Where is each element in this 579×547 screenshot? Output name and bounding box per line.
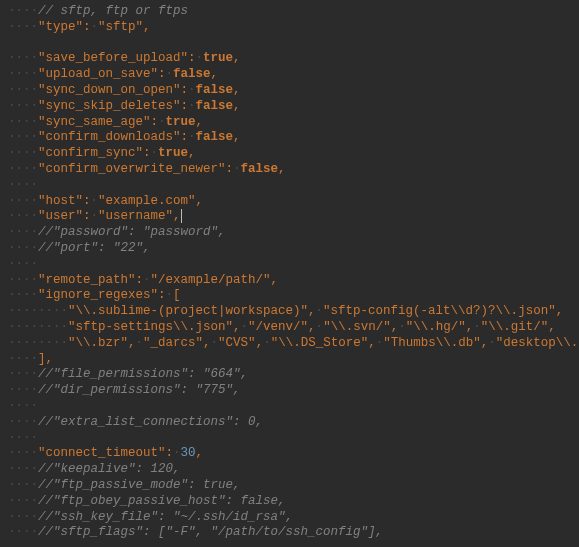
- json-key: "confirm_overwrite_newer": [38, 162, 226, 176]
- code-line[interactable]: ····//"ftp_passive_mode": true,: [0, 478, 579, 494]
- whitespace-dots: ·: [91, 209, 99, 223]
- code-line[interactable]: ····//"extra_list_connections": 0,: [0, 415, 579, 431]
- whitespace-dots: ····: [8, 525, 38, 539]
- code-editor[interactable]: ····// sftp, ftp or ftps····"type":·"sft…: [0, 0, 579, 541]
- code-line[interactable]: ····//"ftp_obey_passive_host": false,: [0, 494, 579, 510]
- code-line[interactable]: ····//"ssh_key_file": "~/.ssh/id_rsa",: [0, 510, 579, 526]
- comma: ,: [556, 304, 564, 318]
- json-string: "\\.svn/": [323, 320, 391, 334]
- comma: ,: [196, 446, 204, 460]
- code-line[interactable]: ····],: [0, 352, 579, 368]
- comma: ,: [233, 99, 241, 113]
- colon: :: [158, 288, 166, 302]
- code-comment: //"keepalive": 120,: [38, 462, 181, 476]
- whitespace-dots: ····: [8, 241, 38, 255]
- json-string: "example.com": [98, 194, 196, 208]
- code-line[interactable]: ····"sync_down_on_open":·false,: [0, 83, 579, 99]
- code-line[interactable]: ····// sftp, ftp or ftps: [0, 4, 579, 20]
- colon: :: [181, 130, 189, 144]
- json-false: false: [196, 99, 234, 113]
- code-line[interactable]: ····//"password": "password",: [0, 225, 579, 241]
- whitespace-dots: ····: [8, 83, 38, 97]
- whitespace-dots: ····: [8, 225, 38, 239]
- colon: :: [188, 51, 196, 65]
- code-line[interactable]: ····//"file_permissions": "664",: [0, 367, 579, 383]
- code-line[interactable]: ····"type":·"sftp",: [0, 20, 579, 36]
- code-line[interactable]: ········"\\.sublime-(project|workspace)"…: [0, 304, 579, 320]
- whitespace-dots: ·: [158, 115, 166, 129]
- whitespace-dots: ·: [136, 336, 144, 350]
- colon: :: [136, 273, 144, 287]
- code-line[interactable]: ····"confirm_downloads":·false,: [0, 130, 579, 146]
- code-comment: // sftp, ftp or ftps: [38, 4, 188, 18]
- whitespace-dots: ····: [8, 99, 38, 113]
- comma: ,: [278, 162, 286, 176]
- comma: ,: [308, 320, 316, 334]
- json-key: "save_before_upload": [38, 51, 188, 65]
- json-key: "sync_down_on_open": [38, 83, 181, 97]
- code-line[interactable]: ····//"keepalive": 120,: [0, 462, 579, 478]
- comma: ,: [211, 67, 219, 81]
- code-line[interactable]: ····"confirm_sync":·true,: [0, 146, 579, 162]
- whitespace-dots: ·: [316, 304, 324, 318]
- json-true: true: [166, 115, 196, 129]
- whitespace-dots: ····: [8, 494, 38, 508]
- code-line[interactable]: ····: [0, 257, 579, 273]
- json-number: 30: [181, 446, 196, 460]
- whitespace-dots: ·: [91, 194, 99, 208]
- json-key: "sync_skip_deletes": [38, 99, 181, 113]
- code-line[interactable]: ····"confirm_overwrite_newer":·false,: [0, 162, 579, 178]
- code-line[interactable]: ····"save_before_upload":·true,: [0, 51, 579, 67]
- code-line[interactable]: ········"\\.bzr",·"_darcs",·"CVS",·"\\.D…: [0, 336, 579, 352]
- bracket-open: [: [173, 288, 181, 302]
- colon: :: [83, 194, 91, 208]
- whitespace-dots: ·: [151, 146, 159, 160]
- json-string: "desktop\\.ini": [496, 336, 579, 350]
- code-comment: //"dir_permissions": "775",: [38, 383, 241, 397]
- json-false: false: [173, 67, 211, 81]
- code-line[interactable]: ····"sync_skip_deletes":·false,: [0, 99, 579, 115]
- json-string: "\\.DS_Store": [271, 336, 369, 350]
- code-line[interactable]: ····//"port": "22",: [0, 241, 579, 257]
- code-line[interactable]: ····"host":·"example.com",: [0, 194, 579, 210]
- json-key: "remote_path": [38, 273, 136, 287]
- comma: ,: [256, 336, 264, 350]
- code-line[interactable]: ····"remote_path":·"/example/path/",: [0, 273, 579, 289]
- json-string: "/example/path/": [151, 273, 271, 287]
- comma: ,: [233, 51, 241, 65]
- code-line[interactable]: [0, 36, 579, 52]
- json-string: "_darcs": [143, 336, 203, 350]
- whitespace-dots: ········: [8, 336, 68, 350]
- whitespace-dots: ·: [211, 336, 219, 350]
- json-false: false: [241, 162, 279, 176]
- json-true: true: [203, 51, 233, 65]
- comma: ,: [203, 336, 211, 350]
- code-line[interactable]: ····"user":·"username",: [0, 209, 579, 225]
- code-line[interactable]: ····: [0, 178, 579, 194]
- colon: :: [143, 146, 151, 160]
- whitespace-dots: ····: [8, 130, 38, 144]
- whitespace-dots: ····: [8, 367, 38, 381]
- code-line[interactable]: ····: [0, 399, 579, 415]
- json-key: "ignore_regexes": [38, 288, 158, 302]
- code-line[interactable]: ····//"sftp_flags": ["-F", "/path/to/ssh…: [0, 525, 579, 541]
- whitespace-dots: ····: [8, 383, 38, 397]
- code-line[interactable]: ····"connect_timeout":·30,: [0, 446, 579, 462]
- json-key: "type": [38, 20, 83, 34]
- whitespace-dots: ····: [8, 415, 38, 429]
- code-line[interactable]: ····//"dir_permissions": "775",: [0, 383, 579, 399]
- whitespace-dots: ····: [8, 352, 38, 366]
- code-line[interactable]: ········"sftp-settings\\.json",·"/venv/"…: [0, 320, 579, 336]
- code-line[interactable]: ····"ignore_regexes":·[: [0, 288, 579, 304]
- json-string: "sftp-config(-alt\\d?)?\\.json": [323, 304, 556, 318]
- json-string: "\\.bzr": [68, 336, 128, 350]
- code-line[interactable]: ····"sync_same_age":·true,: [0, 115, 579, 131]
- code-line[interactable]: ····"upload_on_save":·false,: [0, 67, 579, 83]
- code-line[interactable]: ····: [0, 431, 579, 447]
- whitespace-dots: ····: [8, 288, 38, 302]
- whitespace-dots: ····: [8, 146, 38, 160]
- json-string: "\\.git/": [481, 320, 549, 334]
- whitespace-dots: ·: [316, 320, 324, 334]
- whitespace-dots: ····: [8, 431, 38, 445]
- whitespace-dots: ·: [166, 67, 174, 81]
